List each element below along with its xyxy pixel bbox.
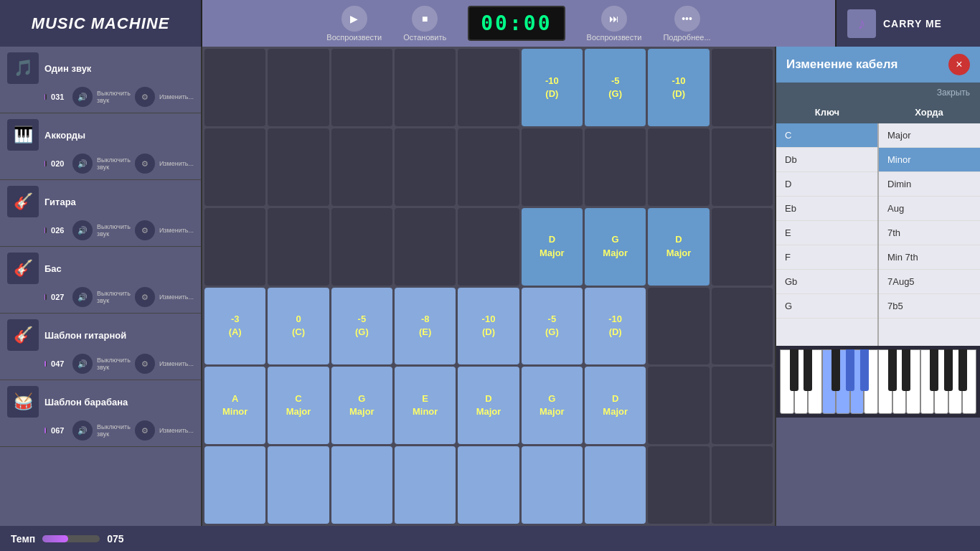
mute-btn-t5[interactable]: 🔊 [72,354,93,374]
play-button[interactable]: ▶ Воспроизвести [326,6,382,42]
stop-button[interactable]: ■ Остановить [403,6,446,42]
grid-cell-1-3[interactable] [395,128,456,206]
grid-cell-0-6[interactable]: -5 (G) [585,49,646,126]
grid-cell-4-0[interactable]: A Minor [204,367,265,444]
vol-bar-t5[interactable] [44,361,47,367]
settings-btn-t2[interactable]: ⚙ [135,154,155,174]
chord-item-Min 7th[interactable]: Min 7th [879,245,980,270]
settings-btn-t3[interactable]: ⚙ [135,220,155,240]
grid-cell-2-2[interactable] [331,208,392,286]
grid-cell-2-7[interactable]: D Major [648,208,709,286]
chord-item-Minor[interactable]: Minor [879,148,980,172]
tempo-slider[interactable] [42,535,100,542]
grid-cell-5-5[interactable] [522,446,583,524]
black-key-9[interactable] [958,349,967,391]
more-button[interactable]: ••• Подробнее... [663,6,710,42]
chord-item-Dimin[interactable]: Dimin [879,172,980,197]
grid-cell-2-3[interactable] [395,208,456,286]
grid-cell-3-7[interactable] [648,288,709,365]
grid-cell-1-7[interactable] [648,128,709,206]
grid-cell-0-8[interactable] [712,49,773,126]
grid-cell-3-2[interactable]: -5 (G) [331,288,392,365]
chord-item-Aug[interactable]: Aug [879,197,980,221]
grid-cell-3-8[interactable] [712,288,773,365]
grid-cell-4-1[interactable]: C Major [268,367,329,444]
grid-cell-0-5[interactable]: -10 (D) [522,49,583,126]
grid-cell-5-4[interactable] [458,446,519,524]
settings-btn-t6[interactable]: ⚙ [135,420,155,441]
mute-btn-t3[interactable]: 🔊 [72,220,93,240]
grid-cell-4-8[interactable] [712,367,773,444]
mute-btn-t1[interactable]: 🔊 [72,87,93,107]
grid-cell-1-5[interactable] [522,128,583,206]
black-key-1[interactable] [804,349,812,391]
vol-bar-t6[interactable] [44,428,47,433]
grid-cell-4-6[interactable]: D Major [585,367,646,444]
grid-cell-1-6[interactable] [585,128,646,206]
black-key-4[interactable] [860,349,869,391]
vol-bar-t3[interactable] [44,227,47,233]
key-item-F[interactable]: F [776,245,877,270]
grid-cell-1-2[interactable] [331,128,392,206]
vol-bar-t1[interactable] [44,94,47,100]
grid-cell-2-8[interactable] [712,208,773,286]
black-key-6[interactable] [902,349,910,391]
grid-cell-2-1[interactable] [268,208,329,286]
grid-cell-1-8[interactable] [712,128,773,206]
vol-bar-t2[interactable] [44,161,47,166]
mute-btn-t6[interactable]: 🔊 [72,420,93,441]
grid-cell-0-1[interactable] [268,49,329,126]
key-item-D[interactable]: D [776,172,877,197]
mute-btn-t4[interactable]: 🔊 [72,287,93,307]
grid-cell-3-1[interactable]: 0 (C) [268,288,329,365]
grid-cell-4-3[interactable]: E Minor [395,367,456,444]
black-key-0[interactable] [790,349,798,391]
grid-cell-3-0[interactable]: -3 (A) [204,288,265,365]
grid-cell-0-4[interactable] [458,49,519,126]
key-item-C[interactable]: C [776,123,877,148]
grid-cell-5-7[interactable] [648,446,709,524]
chord-item-7Aug5[interactable]: 7Aug5 [879,270,980,294]
mute-btn-t2[interactable]: 🔊 [72,154,93,174]
key-item-Db[interactable]: Db [776,148,877,172]
grid-cell-1-1[interactable] [268,128,329,206]
chord-list[interactable]: MajorMinorDiminAug7thMin 7th7Aug57b5 [879,123,980,346]
grid-cell-3-6[interactable]: -10 (D) [585,288,646,365]
grid-cell-1-4[interactable] [458,128,519,206]
black-key-2[interactable] [831,349,840,391]
settings-btn-t1[interactable]: ⚙ [135,87,155,107]
settings-btn-t5[interactable]: ⚙ [135,354,155,374]
grid-cell-2-0[interactable] [204,208,265,286]
key-list[interactable]: CDbDEbEFGbG [776,123,879,346]
grid-cell-2-6[interactable]: G Major [585,208,646,286]
grid-cell-3-3[interactable]: -8 (E) [395,288,456,365]
grid-cell-5-3[interactable] [395,446,456,524]
grid-cell-1-0[interactable] [204,128,265,206]
key-item-E[interactable]: E [776,221,877,245]
grid-cell-3-5[interactable]: -5 (G) [522,288,583,365]
grid-cell-2-4[interactable] [458,208,519,286]
grid-cell-4-2[interactable]: G Major [331,367,392,444]
chord-item-7b5[interactable]: 7b5 [879,294,980,319]
key-item-Eb[interactable]: Eb [776,197,877,221]
grid-cell-3-4[interactable]: -10 (D) [458,288,519,365]
play2-button[interactable]: ⏭ Воспроизвести [587,6,642,42]
grid-cell-4-5[interactable]: G Major [522,367,583,444]
key-item-G[interactable]: G [776,294,877,319]
black-key-5[interactable] [888,349,897,391]
black-key-8[interactable] [944,349,953,391]
grid-cell-5-2[interactable] [331,446,392,524]
grid-cell-4-7[interactable] [648,367,709,444]
grid-cell-0-0[interactable] [204,49,265,126]
chord-item-Major[interactable]: Major [879,123,980,148]
black-key-7[interactable] [930,349,938,391]
grid-cell-0-7[interactable]: -10 (D) [648,49,709,126]
grid-cell-4-4[interactable]: D Major [458,367,519,444]
close-button[interactable]: × [948,54,970,75]
grid-cell-5-1[interactable] [268,446,329,524]
grid-cell-2-5[interactable]: D Major [522,208,583,286]
vol-bar-t4[interactable] [44,294,47,300]
grid-cell-5-0[interactable] [204,446,265,524]
black-key-3[interactable] [846,349,854,391]
settings-btn-t4[interactable]: ⚙ [135,287,155,307]
